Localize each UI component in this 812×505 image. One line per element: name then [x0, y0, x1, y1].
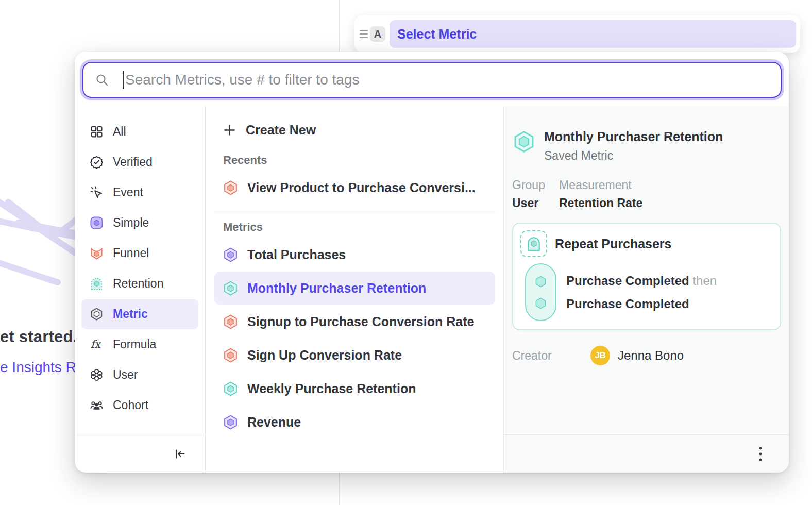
- svg-text:fx: fx: [90, 338, 101, 350]
- metric-item-signup-to-purchase-conversion-rate[interactable]: Signup to Purchase Conversion Rate: [214, 305, 495, 339]
- metric-item-label: View Product to Purchase Conversi...: [247, 180, 476, 195]
- retention-definition-icon: [520, 230, 547, 257]
- metric-item-sign-up-conversion-rate[interactable]: Sign Up Conversion Rate: [214, 339, 495, 372]
- metric-item-label: Revenue: [247, 415, 301, 430]
- metric-list-column: Create New Recents View Product to Purch…: [206, 106, 504, 473]
- metric-item-monthly-purchaser-retention[interactable]: Monthly Purchaser Retention: [214, 272, 495, 305]
- metric-definition-card: Repeat Purchasers Purchase Completed the…: [512, 223, 781, 330]
- sidebar-item-simple[interactable]: Simple: [81, 208, 198, 238]
- search-icon: [95, 73, 109, 87]
- details-subtitle: Saved Metric: [544, 149, 723, 163]
- sidebar-item-cohort[interactable]: Cohort: [81, 390, 198, 420]
- sidebar-item-user[interactable]: User: [81, 360, 198, 390]
- sidebar-item-label: Verified: [113, 155, 153, 169]
- definition-connector: then: [692, 274, 717, 288]
- metric-item-label: Total Purchases: [247, 247, 346, 262]
- sidebar-item-label: Formula: [113, 338, 156, 351]
- saved-metric-icon: [89, 307, 104, 322]
- sidebar-item-event[interactable]: Event: [81, 177, 198, 208]
- sidebar-item-label: Funnel: [113, 246, 149, 260]
- creator-name: Jenna Bono: [618, 348, 684, 363]
- collapse-left-icon: [173, 447, 187, 461]
- metric-item-label: Sign Up Conversion Rate: [247, 348, 402, 363]
- creator-label: Creator: [512, 349, 590, 363]
- sidebar-item-all[interactable]: All: [81, 116, 198, 147]
- measurement-label: Measurement: [559, 178, 642, 192]
- retention-metric-hexagon-icon: [223, 280, 239, 296]
- sidebar-item-label: All: [113, 125, 126, 139]
- metric-item-revenue[interactable]: Revenue: [214, 406, 495, 439]
- sidebar-item-label: Simple: [113, 216, 149, 230]
- cohort-icon: [89, 398, 104, 413]
- group-label: Group: [512, 178, 559, 192]
- event-hexagon-icon: [534, 275, 548, 289]
- metric-item-weekly-purchase-retention[interactable]: Weekly Purchase Retention: [214, 372, 495, 406]
- recent-metric-item[interactable]: View Product to Purchase Conversi...: [214, 171, 495, 205]
- sidebar-item-label: Retention: [113, 277, 163, 291]
- kebab-menu-icon: [758, 446, 763, 462]
- create-new-button[interactable]: Create New: [214, 114, 495, 145]
- event-hexagon-icon: [534, 296, 548, 310]
- metric-item-label: Signup to Purchase Conversion Rate: [247, 314, 474, 329]
- retention-metric-hexagon-icon-large: [512, 130, 536, 163]
- verified-badge-icon: [89, 155, 104, 170]
- select-metric-label: Select Metric: [397, 27, 477, 42]
- funnel-metric-icon: [89, 246, 104, 261]
- definition-name: Repeat Purchasers: [555, 237, 672, 251]
- recents-header: Recents: [223, 154, 495, 167]
- metric-item-total-purchases[interactable]: Total Purchases: [214, 238, 495, 272]
- details-title: Monthly Purchaser Retention: [544, 129, 723, 145]
- simple-metric-hexagon-icon: [223, 414, 239, 430]
- more-options-button[interactable]: [752, 444, 769, 464]
- event-sequence-capsule: [525, 263, 556, 321]
- search-placeholder: Search Metrics, use # to filter to tags: [125, 72, 359, 88]
- retention-metric-icon: [89, 277, 104, 291]
- definition-step-2: Purchase Completed: [566, 297, 717, 311]
- sidebar-item-label: User: [113, 368, 138, 382]
- create-new-label: Create New: [246, 123, 316, 138]
- drag-handle-icon[interactable]: [360, 30, 368, 38]
- funnel-metric-hexagon-icon: [223, 347, 239, 363]
- series-badge: A: [370, 26, 385, 42]
- select-metric-button[interactable]: Select Metric: [390, 20, 796, 48]
- metric-row-card: A Select Metric: [354, 15, 800, 53]
- collapse-sidebar-button[interactable]: [171, 445, 189, 463]
- sidebar-item-retention[interactable]: Retention: [81, 268, 198, 299]
- sidebar-item-label: Event: [113, 186, 143, 199]
- sidebar-item-funnel[interactable]: Funnel: [81, 238, 198, 268]
- definition-step-1: Purchase Completed then: [566, 274, 717, 288]
- sidebar-item-verified[interactable]: Verified: [81, 147, 198, 177]
- metric-item-label: Monthly Purchaser Retention: [247, 281, 426, 296]
- grid-icon: [89, 125, 104, 139]
- funnel-metric-hexagon-icon: [223, 314, 239, 330]
- sidebar-item-formula[interactable]: fx Formula: [81, 329, 198, 360]
- metric-details-panel: Monthly Purchaser Retention Saved Metric…: [504, 106, 789, 473]
- list-divider: [214, 212, 495, 212]
- sidebar-item-metric[interactable]: Metric: [81, 299, 198, 329]
- measurement-value: Retention Rate: [559, 196, 642, 210]
- filter-sidebar: All Verified: [75, 106, 206, 473]
- metric-item-label: Weekly Purchase Retention: [247, 381, 416, 396]
- sidebar-item-label: Cohort: [113, 398, 148, 412]
- background-headline-fragment: et started.: [0, 328, 77, 346]
- metric-picker-modal: Search Metrics, use # to filter to tags …: [75, 52, 789, 473]
- funnel-metric-hexagon-icon: [223, 180, 239, 196]
- metrics-header: Metrics: [223, 221, 495, 234]
- simple-metric-hexagon-icon: [223, 247, 239, 263]
- retention-metric-hexagon-icon: [223, 381, 239, 397]
- background-report-link-fragment[interactable]: e Insights Re: [0, 359, 84, 376]
- user-profile-icon: [89, 368, 104, 382]
- event-cursor-icon: [89, 186, 104, 200]
- simple-metric-icon: [89, 216, 104, 230]
- formula-icon: fx: [89, 338, 104, 352]
- creator-avatar: JB: [590, 346, 610, 365]
- text-caret: [123, 71, 124, 89]
- group-value: User: [512, 196, 559, 210]
- sidebar-item-label: Metric: [113, 307, 148, 321]
- search-input[interactable]: Search Metrics, use # to filter to tags: [82, 62, 782, 98]
- plus-icon: [223, 123, 236, 137]
